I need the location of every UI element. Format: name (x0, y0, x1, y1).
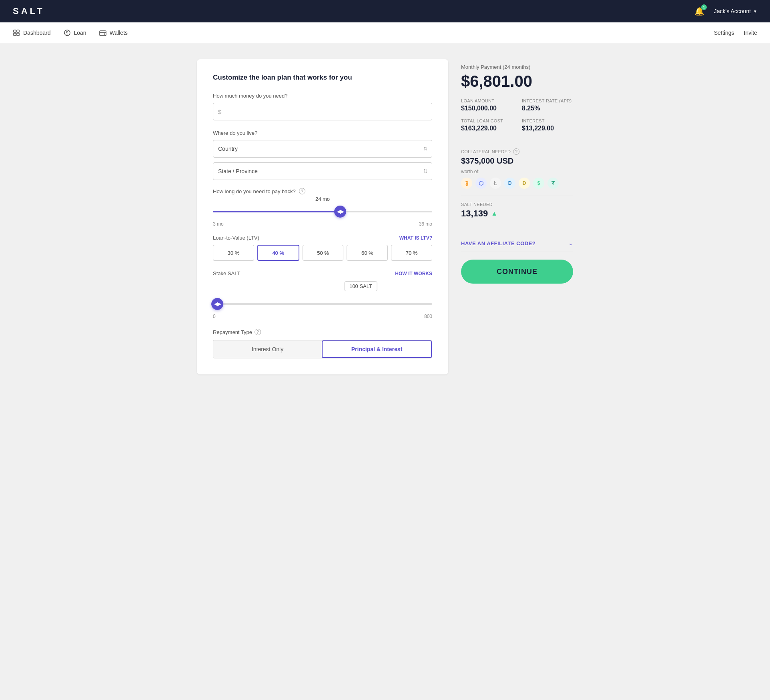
money-input[interactable] (224, 108, 427, 115)
payback-min-label: 3 mo (213, 221, 224, 227)
location-label: Where do you live? (213, 130, 432, 136)
sidebar-item-dashboard[interactable]: Dashboard (13, 29, 51, 36)
form-card: Customize the loan plan that works for y… (197, 59, 448, 374)
nav-right: 🔔 1 Jack's Account ▼ (694, 6, 757, 16)
payback-max-label: 36 mo (419, 221, 432, 227)
stake-slider-thumb[interactable]: ◀▶ (211, 298, 223, 310)
collateral-label-row: Collateral Needed ? (461, 148, 573, 155)
summary-grid: Loan Amount $150,000.00 Interest Rate (A… (461, 98, 573, 140)
stake-value-bubble: 100 SALT (344, 281, 377, 291)
stake-max-label: 800 (424, 314, 432, 319)
ltv-btn-60[interactable]: 60 % (347, 245, 388, 261)
loan-amount-item: Loan Amount $150,000.00 (461, 98, 512, 112)
btc-icon: ₿ (461, 178, 472, 189)
account-caret-icon: ▼ (753, 9, 757, 14)
ltv-info-link[interactable]: WHAT IS LTV? (399, 235, 432, 241)
main-content: Customize the loan plan that works for y… (165, 43, 605, 390)
payback-help-icon[interactable]: ? (299, 188, 305, 194)
payback-slider-range: 3 mo 36 mo (213, 221, 432, 227)
state-select-wrap: State / Province ⇅ (213, 162, 432, 180)
collateral-help-icon[interactable]: ? (513, 148, 519, 155)
interest-item: Interest $13,229.00 (522, 118, 573, 132)
interest-rate-label: Interest Rate (APR) (522, 98, 573, 103)
payback-slider-thumb-arrows-icon: ◀▶ (337, 209, 343, 214)
total-cost-value: $163,229.00 (461, 125, 512, 132)
interest-value: $13,229.00 (522, 125, 573, 132)
dash-icon: D (504, 178, 515, 189)
money-label: How much money do you need? (213, 93, 432, 99)
ltv-btn-30[interactable]: 30 % (213, 245, 254, 261)
wallets-label: Wallets (110, 30, 128, 36)
subnav-right: Settings Invite (714, 30, 757, 36)
loan-label: Loan (74, 30, 86, 36)
form-title: Customize the loan plan that works for y… (213, 74, 432, 82)
top-nav: SALT 🔔 1 Jack's Account ▼ (0, 0, 770, 22)
stake-info-link[interactable]: HOW IT WORKS (395, 271, 432, 276)
payback-value-label: 24 mo (213, 196, 432, 202)
ltc-icon: Ł (490, 178, 501, 189)
repayment-btn-principal-interest[interactable]: Principal & Interest (322, 340, 432, 358)
repayment-section: Repayment Type ? Interest Only Principal… (213, 329, 432, 358)
svg-text:$: $ (66, 31, 68, 35)
tether-icon: ₮ (547, 178, 559, 189)
svg-rect-3 (17, 33, 19, 36)
state-select[interactable]: State / Province (213, 162, 432, 180)
grid-icon (13, 29, 20, 36)
salt-coin-icon: $ (533, 178, 544, 189)
payback-slider-track: ◀▶ (213, 211, 432, 212)
loan-amount-value: $150,000.00 (461, 105, 512, 112)
country-select[interactable]: Country (213, 140, 432, 158)
ltv-btn-70[interactable]: 70 % (391, 245, 432, 261)
svg-rect-0 (14, 30, 16, 32)
svg-rect-6 (100, 31, 106, 36)
invite-link[interactable]: Invite (744, 30, 757, 36)
continue-button[interactable]: CONTINUE (461, 260, 573, 284)
payback-slider-thumb[interactable]: ◀▶ (334, 206, 346, 218)
svg-point-7 (104, 33, 105, 34)
sidebar-item-wallets[interactable]: Wallets (99, 29, 128, 36)
crypto-icons: ₿ ⬡ Ł D Ð $ ₮ (461, 178, 573, 189)
salt-needed-value: 13,139 (461, 208, 488, 219)
stake-slider-range: 0 800 (213, 314, 432, 319)
money-prefix: $ (218, 108, 221, 115)
payback-slider-fill (213, 211, 340, 212)
payback-label-row: How long do you need to pay back? ? (213, 188, 432, 194)
stake-slider-track-wrap: ◀▶ (213, 296, 432, 312)
account-name: Jack's Account (714, 8, 751, 14)
sub-nav: Dashboard $ Loan Wallets Settings Invite (0, 22, 770, 43)
interest-rate-value: 8.25% (522, 105, 573, 112)
interest-rate-item: Interest Rate (APR) 8.25% (522, 98, 573, 112)
dogecoin-icon: Ð (519, 178, 530, 189)
total-cost-label: Total Loan Cost (461, 118, 512, 123)
account-menu[interactable]: Jack's Account ▼ (714, 8, 757, 14)
loan-amount-label: Loan Amount (461, 98, 512, 103)
ltv-section: Loan-to-Value (LTV) WHAT IS LTV? 30 % 40… (213, 235, 432, 261)
notification-bell[interactable]: 🔔 1 (694, 6, 704, 16)
collateral-label: Collateral Needed (461, 149, 511, 154)
settings-link[interactable]: Settings (714, 30, 734, 36)
notification-badge: 1 (701, 4, 707, 10)
collateral-value: $375,000 USD (461, 156, 573, 166)
ltv-header: Loan-to-Value (LTV) WHAT IS LTV? (213, 235, 432, 241)
repayment-label: Repayment Type (213, 329, 252, 335)
logo: SALT (13, 6, 45, 16)
stake-slider-track: ◀▶ (213, 303, 432, 305)
affiliate-label: HAVE AN AFFILIATE CODE? (461, 240, 535, 246)
dashboard-label: Dashboard (23, 30, 51, 36)
monthly-payment-label: Monthly Payment (24 months) (461, 64, 573, 70)
affiliate-code-row[interactable]: HAVE AN AFFILIATE CODE? ⌄ (461, 235, 573, 252)
svg-rect-1 (17, 30, 19, 32)
svg-rect-2 (14, 33, 16, 36)
repayment-btn-interest-only[interactable]: Interest Only (213, 340, 322, 358)
monthly-payment-amount: $6,801.00 (461, 72, 573, 90)
collateral-sub: worth of: (461, 169, 573, 174)
ltv-btn-50[interactable]: 50 % (303, 245, 344, 261)
affiliate-chevron-icon: ⌄ (568, 240, 573, 246)
ltv-btn-40[interactable]: 40 % (257, 245, 299, 261)
sidebar-item-loan[interactable]: $ Loan (64, 29, 86, 36)
salt-needed-section: SALT Needed 13,139 ▲ (461, 202, 573, 227)
payment-summary: Monthly Payment (24 months) $6,801.00 Lo… (461, 64, 573, 284)
repayment-help-icon[interactable]: ? (255, 329, 261, 335)
eth-icon: ⬡ (475, 178, 487, 189)
stake-min-label: 0 (213, 314, 216, 319)
